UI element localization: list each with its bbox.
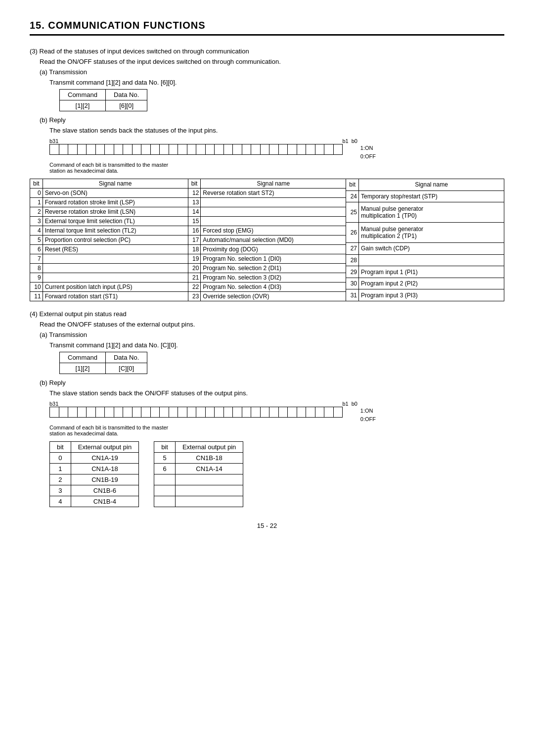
section4-sub-a: (a) Transmission [40, 331, 504, 338]
sig-col-name-r: Signal name [359, 179, 504, 191]
out-bit-col-r: bit [154, 442, 176, 453]
bit-caption-1b: station as hexadecimal data. [49, 168, 376, 174]
on-label-2: 1:ON [360, 407, 376, 415]
signal-table-wrap-1: bit Signal name 0Servo-on (SON) 1Forward… [30, 179, 504, 301]
section3-transmit1: Transmit command [1][2] and data No. [6]… [49, 79, 504, 86]
section3-sub-a: (a) Transmission [40, 68, 504, 76]
section4-desc1: Read the ON/OFF statuses of the external… [40, 321, 504, 328]
cmd-header-1: Command [60, 90, 106, 100]
sig-col-name-m: Signal name [201, 179, 346, 189]
out-bit-col-l: bit [50, 442, 71, 453]
section4-reply1: The slave station sends back the ON/OFF … [49, 389, 504, 397]
b31-label-2: b31 [49, 401, 58, 407]
section4-sub-b: (b) Reply [40, 379, 504, 386]
b1b0-label-2: b1 b0 [342, 401, 357, 407]
section-3: (3) Read of the statuses of input device… [30, 47, 504, 301]
sig-col-bit-l: bit [30, 179, 43, 189]
b31-label-1: b31 [49, 138, 58, 144]
section3-sub-b: (b) Reply [40, 116, 504, 124]
sig-col-name-l: Signal name [43, 179, 188, 189]
bit-diagram-2: b31 b1 b0 document.write('<div style="di… [49, 401, 504, 436]
page-title: 15. COMMUNICATION FUNCTIONS [30, 20, 504, 36]
sig-col-bit-m: bit [188, 179, 201, 189]
out-pin-col-l: External output pin [71, 442, 138, 453]
sig-col-bit-r: bit [346, 179, 359, 191]
datano-header-2: Data No. [105, 352, 147, 363]
command-table-1: Command Data No. [1][2] [6][0] [59, 89, 147, 111]
datano-val-1: [6][0] [105, 100, 147, 111]
output-table-left: bit External output pin 0CN1A-19 1CN1A-1… [49, 441, 139, 507]
signal-table-left: bit Signal name 0Servo-on (SON) 1Forward… [30, 179, 188, 301]
datano-val-2: [C][0] [105, 363, 147, 374]
cmd-header-2: Command [60, 352, 106, 363]
off-label-1: 0:OFF [360, 152, 376, 161]
cmd-val-2: [1][2] [60, 363, 106, 374]
off-label-2: 0:OFF [360, 415, 376, 424]
section3-reply1: The slave station sends back the statuse… [49, 127, 504, 134]
section3-heading: (3) Read of the statuses of input device… [30, 47, 504, 55]
bit-caption-2a: Command of each bit is transmitted to th… [49, 425, 376, 430]
b1b0-label-1: b1 b0 [342, 138, 357, 144]
output-table-right: bit External output pin 5CN1B-18 6CN1A-1… [154, 441, 243, 507]
output-tables-wrap: bit External output pin 0CN1A-19 1CN1A-1… [49, 441, 504, 507]
signal-table-mid: bit Signal name 12Reverse rotation start… [188, 179, 347, 301]
bit-caption-2b: station as hexadecimal data. [49, 430, 376, 436]
on-label-1: 1:ON [360, 144, 376, 152]
cmd-val-1: [1][2] [60, 100, 106, 111]
bit-caption-1a: Command of each bit is transmitted to th… [49, 162, 376, 168]
section-4: (4) External output pin status read Read… [30, 310, 504, 507]
datano-header-1: Data No. [105, 90, 147, 100]
out-pin-col-r: External output pin [175, 442, 243, 453]
signal-table-right: bit Signal name 24Temporary stop/restart… [346, 179, 504, 301]
bit-diagram-1: b31 b1 b0 // Render 32 bit boxes inline … [49, 138, 504, 174]
command-table-2: Command Data No. [1][2] [C][0] [59, 352, 147, 374]
page-number: 15 - 22 [30, 522, 504, 529]
section4-transmit1: Transmit command [1][2] and data No. [C]… [49, 341, 504, 349]
section4-heading: (4) External output pin status read [30, 310, 504, 318]
section3-desc1: Read the ON/OFF statuses of the input de… [40, 58, 504, 65]
